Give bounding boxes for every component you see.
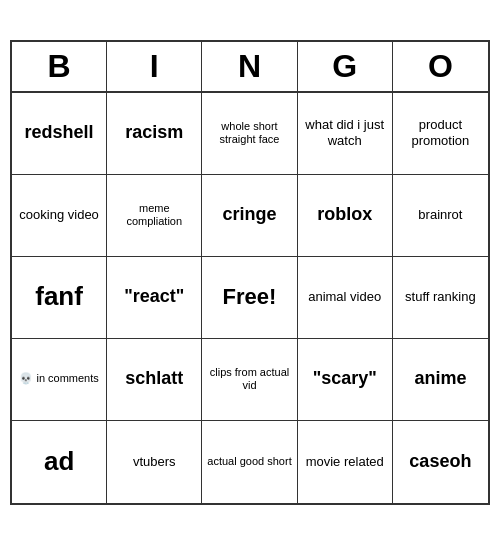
- bingo-cell[interactable]: anime: [393, 339, 488, 421]
- cell-text: clips from actual vid: [206, 366, 292, 392]
- bingo-header: BINGO: [12, 42, 488, 93]
- bingo-cell[interactable]: brainrot: [393, 175, 488, 257]
- bingo-cell[interactable]: roblox: [298, 175, 393, 257]
- bingo-grid: redshellracismwhole short straight facew…: [12, 93, 488, 503]
- bingo-cell[interactable]: meme compliation: [107, 175, 202, 257]
- header-letter: N: [202, 42, 297, 91]
- cell-text: fanf: [35, 281, 83, 312]
- cell-text: brainrot: [418, 207, 462, 223]
- cell-text: schlatt: [125, 368, 183, 390]
- bingo-cell[interactable]: 💀 in comments: [12, 339, 107, 421]
- bingo-cell[interactable]: animal video: [298, 257, 393, 339]
- bingo-cell[interactable]: product promotion: [393, 93, 488, 175]
- bingo-cell[interactable]: actual good short: [202, 421, 297, 503]
- bingo-cell[interactable]: cooking video: [12, 175, 107, 257]
- bingo-cell[interactable]: ad: [12, 421, 107, 503]
- cell-text: cooking video: [19, 207, 99, 223]
- cell-text: stuff ranking: [405, 289, 476, 305]
- cell-text: cringe: [222, 204, 276, 226]
- cell-text: redshell: [25, 122, 94, 144]
- bingo-cell[interactable]: fanf: [12, 257, 107, 339]
- bingo-cell[interactable]: movie related: [298, 421, 393, 503]
- cell-text: racism: [125, 122, 183, 144]
- bingo-cell[interactable]: redshell: [12, 93, 107, 175]
- bingo-cell[interactable]: caseoh: [393, 421, 488, 503]
- cell-text: anime: [414, 368, 466, 390]
- bingo-cell[interactable]: Free!: [202, 257, 297, 339]
- cell-text: "scary": [313, 368, 377, 390]
- header-letter: I: [107, 42, 202, 91]
- bingo-cell[interactable]: whole short straight face: [202, 93, 297, 175]
- header-letter: O: [393, 42, 488, 91]
- cell-text: ad: [44, 446, 74, 477]
- cell-text: meme compliation: [111, 202, 197, 228]
- cell-text: product promotion: [397, 117, 484, 148]
- cell-text: movie related: [306, 454, 384, 470]
- bingo-cell[interactable]: cringe: [202, 175, 297, 257]
- bingo-cell[interactable]: stuff ranking: [393, 257, 488, 339]
- bingo-cell[interactable]: "react": [107, 257, 202, 339]
- cell-text: what did i just watch: [302, 117, 388, 148]
- bingo-card: BINGO redshellracismwhole short straight…: [10, 40, 490, 505]
- bingo-cell[interactable]: clips from actual vid: [202, 339, 297, 421]
- cell-text: "react": [124, 286, 184, 308]
- bingo-cell[interactable]: "scary": [298, 339, 393, 421]
- cell-text: roblox: [317, 204, 372, 226]
- cell-text: caseoh: [409, 451, 471, 473]
- bingo-cell[interactable]: racism: [107, 93, 202, 175]
- cell-text: Free!: [223, 284, 277, 310]
- cell-text: whole short straight face: [206, 120, 292, 146]
- bingo-cell[interactable]: schlatt: [107, 339, 202, 421]
- bingo-cell[interactable]: vtubers: [107, 421, 202, 503]
- header-letter: B: [12, 42, 107, 91]
- cell-text: animal video: [308, 289, 381, 305]
- cell-text: vtubers: [133, 454, 176, 470]
- bingo-cell[interactable]: what did i just watch: [298, 93, 393, 175]
- header-letter: G: [298, 42, 393, 91]
- cell-text: actual good short: [207, 455, 291, 468]
- cell-text: 💀 in comments: [19, 372, 98, 385]
